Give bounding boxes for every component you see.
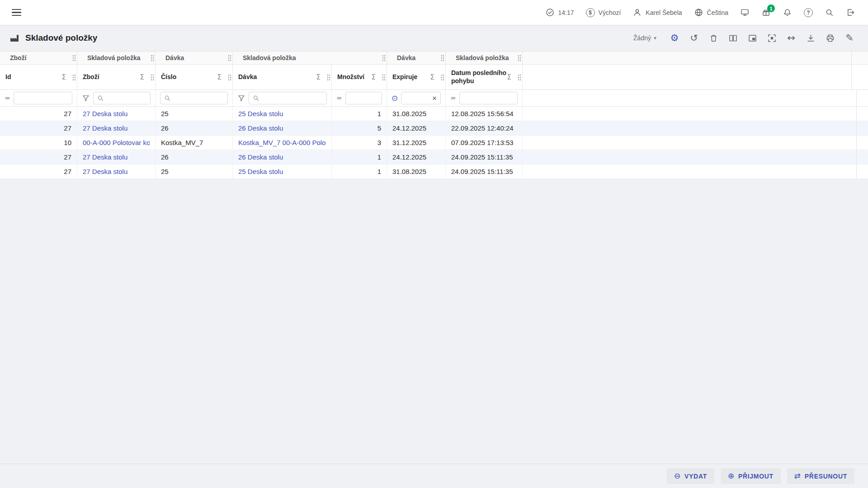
logout-button[interactable] [846, 8, 855, 17]
drag-handle-icon[interactable] [228, 55, 231, 61]
zbozi-link[interactable]: 00-A-000 Polotovar kos… [83, 139, 150, 146]
cell-cislo: 25 [156, 107, 233, 121]
table-row[interactable]: 27 27 Deska stolu 25 25 Deska stolu 1 31… [0, 107, 868, 121]
prijmout-button[interactable]: ⊕ PŘIJMOUT [721, 468, 781, 484]
warehouse-icon [9, 33, 20, 43]
sigma-summary-icon[interactable]: Σ [430, 73, 434, 81]
davka-link[interactable]: 25 Deska stolu [238, 168, 283, 175]
vydat-button[interactable]: ⊖ VYDAT [667, 468, 714, 484]
filter-filler [523, 90, 856, 106]
notifications-button[interactable] [783, 8, 792, 17]
notification-badge: 1 [767, 5, 775, 12]
hamburger-menu-icon[interactable] [12, 9, 21, 16]
column-header-expiruje[interactable]: ExpirujeΣ [387, 65, 446, 89]
sigma-summary-icon[interactable]: Σ [507, 73, 511, 81]
filter-cell-davka [233, 90, 332, 106]
language-label: Čeština [707, 9, 728, 16]
drag-handle-icon[interactable] [518, 74, 521, 80]
column-header-zbozi[interactable]: ZbožíΣ [77, 65, 156, 89]
drag-handle-icon[interactable] [151, 74, 154, 80]
zbozi-link[interactable]: 27 Deska stolu [83, 153, 127, 161]
drag-handle-icon[interactable] [228, 74, 231, 80]
crop-free-icon [767, 33, 777, 43]
table-row[interactable]: 27 27 Deska stolu 26 26 Deska stolu 5 24… [0, 121, 868, 136]
settings-button[interactable]: ⚙ [669, 32, 680, 44]
filter-funnel-icon[interactable] [82, 94, 90, 102]
view-selector-dropdown[interactable]: Žádný ▾ [633, 34, 656, 42]
zbozi-link[interactable]: 27 Deska stolu [83, 168, 127, 175]
user-menu[interactable]: Karel Šebela [632, 8, 682, 17]
search-button[interactable] [825, 8, 834, 17]
topbar-right-cluster: 14:17 $ Výchozí Karel Šebela Čeština 1 ? [545, 8, 856, 17]
resize-columns-button[interactable]: ↔ [785, 32, 797, 44]
edit-button[interactable]: ✎ [844, 32, 855, 44]
column-header-datum[interactable]: Datum posledního pohybuΣ [446, 65, 523, 89]
undo-button[interactable]: ↺ [688, 32, 700, 44]
equals-operator-icon[interactable]: = [336, 94, 342, 102]
drag-handle-icon[interactable] [518, 55, 521, 61]
clear-filter-button[interactable]: × [430, 94, 439, 103]
fit-screen-button[interactable] [766, 32, 778, 44]
davka-link[interactable]: Kostka_MV_7 00-A-000 Polotov… [238, 139, 326, 146]
cell-mnozstvi: 1 [332, 107, 387, 121]
delete-button[interactable] [708, 32, 719, 44]
band-davka-1[interactable]: Dávka [156, 52, 233, 64]
drag-handle-icon[interactable] [441, 55, 444, 61]
zbozi-link[interactable]: 27 Deska stolu [83, 110, 127, 117]
filter-funnel-icon[interactable] [237, 94, 245, 102]
band-zbozi[interactable]: Zboží [0, 52, 77, 64]
column-header-mnozstvi[interactable]: MnožstvíΣ [332, 65, 387, 89]
column-header-davka[interactable]: DávkaΣ [233, 65, 332, 89]
language-selector[interactable]: Čeština [694, 8, 728, 17]
drag-handle-icon[interactable] [441, 74, 444, 80]
status-time: 14:17 [545, 8, 574, 17]
cell-zbozi: 27 Deska stolu [77, 107, 156, 121]
sigma-summary-icon[interactable]: Σ [140, 73, 144, 81]
page-header: Skladové položky Žádný ▾ ⚙ ↺ ↔ [0, 25, 868, 51]
monitor-icon [740, 8, 750, 17]
drag-handle-icon[interactable] [327, 74, 330, 80]
equals-operator-icon[interactable]: = [450, 94, 456, 102]
horizontal-arrows-icon: ↔ [787, 33, 795, 43]
davka-link[interactable]: 26 Deska stolu [238, 153, 283, 161]
drag-handle-icon[interactable] [72, 74, 76, 80]
print-button[interactable] [824, 32, 836, 44]
davka-link[interactable]: 25 Deska stolu [238, 110, 283, 117]
export-button[interactable] [805, 32, 816, 44]
column-header-cislo[interactable]: ČísloΣ [156, 65, 233, 89]
drag-handle-icon[interactable] [382, 55, 386, 61]
display-button[interactable] [740, 8, 750, 17]
date-operator-icon[interactable]: ⊙ [392, 94, 398, 103]
sigma-summary-icon[interactable]: Σ [372, 73, 376, 81]
column-header-id[interactable]: IdΣ [0, 65, 77, 89]
band-skladova-polozka-3[interactable]: Skladová položka [446, 52, 523, 64]
band-skladova-polozka-2[interactable]: Skladová položka [233, 52, 387, 64]
filter-input-davka[interactable] [249, 92, 327, 104]
currency-selector[interactable]: $ Výchozí [586, 8, 621, 17]
image-view-button[interactable] [746, 32, 758, 44]
band-skladova-polozka-1[interactable]: Skladová položka [77, 52, 156, 64]
zbozi-link[interactable]: 27 Deska stolu [83, 124, 127, 132]
sigma-summary-icon[interactable]: Σ [217, 73, 222, 81]
filter-input-mnozstvi[interactable] [345, 92, 382, 104]
columns-button[interactable] [727, 32, 739, 44]
filter-input-id[interactable] [14, 92, 72, 104]
cell-expiruje: 24.12.2025 [387, 150, 446, 164]
help-button[interactable]: ? [804, 8, 813, 17]
rewards-button[interactable]: 1 [761, 8, 771, 17]
filter-input-datum[interactable] [459, 92, 518, 104]
band-davka-2[interactable]: Dávka [387, 52, 446, 64]
sigma-summary-icon[interactable]: Σ [316, 73, 321, 81]
drag-handle-icon[interactable] [72, 55, 76, 61]
table-row[interactable]: 27 27 Deska stolu 26 26 Deska stolu 1 24… [0, 150, 868, 164]
drag-handle-icon[interactable] [382, 74, 386, 80]
data-grid: Zboží Skladová položka Dávka Skladová po… [0, 51, 868, 179]
presunout-button[interactable]: ⇄ PŘESUNOUT [787, 468, 854, 484]
davka-link[interactable]: 26 Deska stolu [238, 124, 283, 132]
equals-operator-icon[interactable]: = [5, 94, 10, 102]
sigma-summary-icon[interactable]: Σ [62, 73, 66, 81]
table-row[interactable]: 10 00-A-000 Polotovar kos… Kostka_MV_7 K… [0, 136, 868, 150]
drag-handle-icon[interactable] [151, 55, 154, 61]
top-app-bar: 14:17 $ Výchozí Karel Šebela Čeština 1 ? [0, 0, 868, 25]
table-row[interactable]: 27 27 Deska stolu 25 25 Deska stolu 1 31… [0, 164, 868, 179]
